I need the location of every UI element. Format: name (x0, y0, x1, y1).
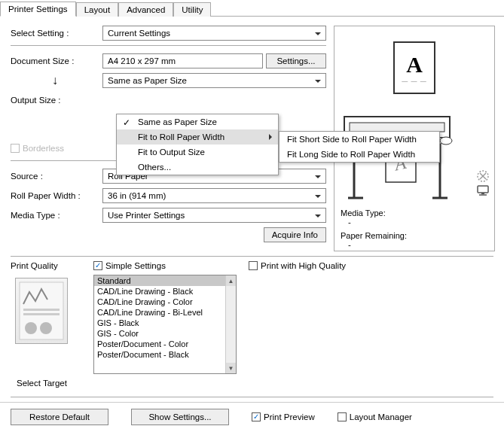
paper-remaining-label: Paper Remaining: (334, 231, 494, 240)
layout-manager-check[interactable]: Layout Manager (338, 412, 412, 421)
document-size-field: A4 210 x 297 mm (102, 53, 263, 68)
target-list-item[interactable]: CAD/Line Drawing - Color (94, 297, 236, 307)
print-preview-checkbox[interactable]: ✓ (252, 412, 261, 421)
paper-remaining-value: - (334, 240, 494, 249)
document-size-value: A4 210 x 297 mm (108, 56, 176, 65)
media-type-info-label: Media Type: (334, 208, 494, 218)
acquire-info-button[interactable]: Acquire Info (264, 227, 326, 242)
output-size-dropdown[interactable]: Same as Paper Size (102, 73, 326, 88)
show-settings-button[interactable]: Show Settings... (131, 409, 229, 425)
target-list-item[interactable]: CAD/Line Drawing - Bi-Level (94, 307, 236, 318)
paper-glyph: A (406, 52, 423, 78)
media-type-info-value: - (334, 218, 494, 227)
print-preview-check[interactable]: ✓ Print Preview (252, 412, 315, 421)
borderless-checkbox-row: Borderless (11, 144, 99, 153)
output-size-menu-item[interactable]: Others... (117, 160, 278, 175)
tab-printer-settings[interactable]: Printer Settings (0, 2, 76, 17)
layout-manager-checkbox[interactable] (338, 412, 347, 421)
document-size-settings-button[interactable]: Settings... (266, 53, 326, 68)
output-size-menu-item[interactable]: Fit to Roll Paper Width (117, 129, 278, 145)
roll-width-value: 36 in (914 mm) (108, 191, 166, 200)
media-type-value: Use Printer Settings (108, 211, 185, 220)
print-high-quality-checkbox[interactable] (249, 261, 258, 270)
svg-rect-18 (23, 313, 60, 315)
svg-point-20 (40, 322, 52, 334)
select-setting-dropdown[interactable]: Current Settings (102, 26, 326, 41)
tab-advanced[interactable]: Advanced (118, 2, 173, 17)
borderless-checkbox (11, 144, 20, 153)
paper-preview-icon: A — — — (393, 41, 435, 94)
svg-rect-13 (478, 186, 488, 193)
fit-roll-submenu-item[interactable]: Fit Short Side to Roll Paper Width (279, 132, 439, 147)
fit-roll-submenu-item[interactable]: Fit Long Side to Roll Paper Width (279, 147, 439, 162)
roll-width-label: Roll Paper Width : (11, 191, 99, 200)
select-target-listbox[interactable]: StandardCAD/Line Drawing - BlackCAD/Line… (93, 275, 237, 374)
network-status-icon (476, 169, 490, 196)
fit-roll-submenu[interactable]: Fit Short Side to Roll Paper WidthFit Lo… (279, 131, 440, 163)
scroll-up-icon[interactable]: ▲ (226, 275, 236, 286)
print-high-quality-label: Print with High Quality (261, 261, 346, 270)
svg-point-19 (25, 322, 37, 334)
print-quality-label: Print Quality (11, 261, 89, 270)
print-high-quality-check[interactable]: Print with High Quality (249, 261, 493, 270)
target-list-item[interactable]: CAD/Line Drawing - Black (94, 286, 236, 297)
layout-manager-label: Layout Manager (350, 412, 412, 421)
arrow-down-icon: ↓ (11, 74, 99, 87)
target-list-item[interactable]: Poster/Document - Black (94, 349, 236, 360)
output-size-menu-item[interactable]: Same as Paper Size✓ (117, 114, 278, 129)
svg-rect-14 (481, 193, 484, 194)
source-label: Source : (11, 172, 99, 181)
simple-settings-checkbox[interactable]: ✓ (93, 261, 102, 270)
scroll-down-icon[interactable]: ▼ (226, 363, 236, 373)
listbox-scrollbar[interactable]: ▲ ▼ (225, 275, 236, 373)
select-target-label: Select Target (17, 379, 89, 388)
document-size-label: Document Size : (11, 56, 99, 65)
target-list-item[interactable]: GIS - Black (94, 318, 236, 328)
restore-default-button[interactable]: Restore Default (11, 409, 108, 425)
paper-dots: — — — (402, 78, 426, 84)
tab-layout[interactable]: Layout (76, 2, 119, 17)
output-size-value: Same as Paper Size (108, 76, 187, 85)
target-list-item[interactable]: GIS - Color (94, 328, 236, 339)
select-setting-value: Current Settings (108, 29, 170, 38)
svg-rect-17 (23, 309, 60, 311)
media-type-dropdown[interactable]: Use Printer Settings (102, 208, 326, 223)
roll-width-dropdown[interactable]: 36 in (914 mm) (102, 188, 326, 203)
target-list-item[interactable]: Standard (94, 275, 236, 286)
target-list-item[interactable]: Poster/Document - Color (94, 339, 236, 349)
simple-settings-label: Simple Settings (105, 261, 166, 270)
svg-point-9 (440, 137, 452, 145)
output-size-label: Output Size : (11, 96, 99, 105)
output-size-menu-item[interactable]: Fit to Output Size (117, 145, 278, 160)
borderless-label: Borderless (23, 144, 64, 153)
print-preview-label: Print Preview (264, 412, 315, 421)
simple-settings-check[interactable]: ✓ Simple Settings (93, 261, 244, 270)
tab-utility[interactable]: Utility (173, 2, 211, 17)
target-thumbnail (15, 278, 68, 344)
tab-bar: Printer Settings Layout Advanced Utility (0, 0, 504, 17)
output-size-menu[interactable]: Same as Paper Size✓Fit to Roll Paper Wid… (116, 114, 279, 175)
select-setting-label: Select Setting : (11, 29, 99, 38)
media-type-label: Media Type : (11, 211, 99, 220)
